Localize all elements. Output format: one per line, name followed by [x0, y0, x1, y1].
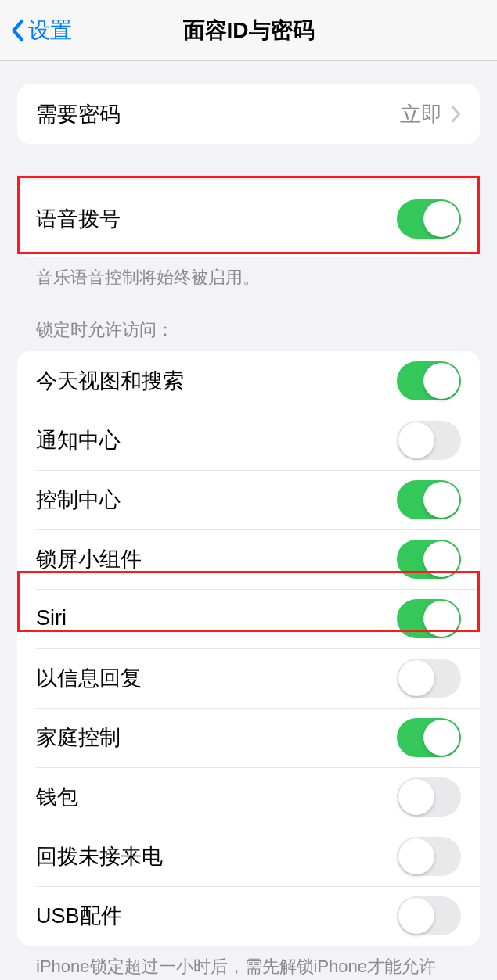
row-lock-access-item: Siri [17, 589, 480, 648]
row-lock-access-item: 以信息回复 [17, 648, 480, 708]
row-label: 需要密码 [36, 100, 400, 128]
toggle-控制中心[interactable] [397, 480, 461, 519]
row-require-passcode[interactable]: 需要密码 立即 [17, 84, 480, 144]
toggle-knob [423, 601, 459, 637]
row-lock-access-item: 钱包 [17, 767, 480, 827]
row-label: 回拨未接来电 [36, 842, 397, 871]
toggle-knob [398, 422, 434, 458]
toggle-knob [398, 898, 434, 934]
toggle-钱包[interactable] [397, 777, 461, 817]
row-label: 锁屏小组件 [36, 545, 397, 573]
toggle-knob [423, 201, 459, 237]
chevron-right-icon [450, 106, 461, 123]
row-label: 钱包 [36, 783, 397, 811]
toggle-今天视图和搜索[interactable] [397, 361, 461, 400]
row-lock-access-item: 回拨未接来电 [17, 827, 480, 886]
lock-access-header: 锁定时允许访问： [17, 318, 480, 351]
row-voice-dial: 语音拨号 [17, 181, 480, 257]
toggle-knob [423, 482, 459, 518]
toggle-siri[interactable] [397, 599, 461, 638]
row-label: 家庭控制 [36, 723, 397, 752]
group-voice-dial: 语音拨号 [17, 181, 480, 257]
row-label: 语音拨号 [36, 205, 397, 233]
nav-bar: 设置 面容ID与密码 [0, 0, 497, 61]
page-title: 面容ID与密码 [183, 16, 315, 45]
group-lock-access: 今天视图和搜索通知中心控制中心锁屏小组件Siri以信息回复家庭控制钱包回拨未接来… [17, 351, 480, 946]
toggle-knob [423, 541, 459, 577]
lock-access-footer: iPhone锁定超过一小时后，需先解锁iPhone才能允许USB配件连接。 [17, 946, 480, 980]
row-label: USB配件 [36, 902, 397, 930]
row-label: 通知中心 [36, 426, 397, 454]
group-require-passcode: 需要密码 立即 [17, 84, 480, 144]
toggle-回拨未接来电[interactable] [397, 837, 461, 876]
row-label: 今天视图和搜索 [36, 367, 397, 395]
row-lock-access-item: 家庭控制 [17, 708, 480, 767]
row-label: 控制中心 [36, 486, 397, 514]
row-lock-access-item: 今天视图和搜索 [17, 351, 480, 411]
voice-dial-footer: 音乐语音控制将始终被启用。 [17, 257, 480, 290]
chevron-left-icon [9, 19, 25, 42]
toggle-锁屏小组件[interactable] [397, 540, 461, 579]
toggle-knob [423, 720, 459, 756]
row-value: 立即 [400, 100, 442, 128]
toggle-家庭控制[interactable] [397, 718, 461, 757]
back-button[interactable]: 设置 [9, 16, 72, 45]
toggle-knob [398, 838, 434, 874]
toggle-knob [398, 660, 434, 696]
row-lock-access-item: USB配件 [17, 886, 480, 946]
row-label: Siri [36, 606, 397, 630]
toggle-通知中心[interactable] [397, 421, 461, 460]
row-lock-access-item: 锁屏小组件 [17, 529, 480, 589]
toggle-knob [423, 363, 459, 399]
toggle-voice-dial[interactable] [397, 199, 461, 239]
row-lock-access-item: 通知中心 [17, 411, 480, 470]
back-label: 设置 [28, 16, 72, 45]
toggle-以信息回复[interactable] [397, 659, 461, 698]
toggle-usb配件[interactable] [397, 896, 461, 935]
row-lock-access-item: 控制中心 [17, 470, 480, 529]
row-label: 以信息回复 [36, 664, 397, 692]
toggle-knob [398, 779, 434, 815]
